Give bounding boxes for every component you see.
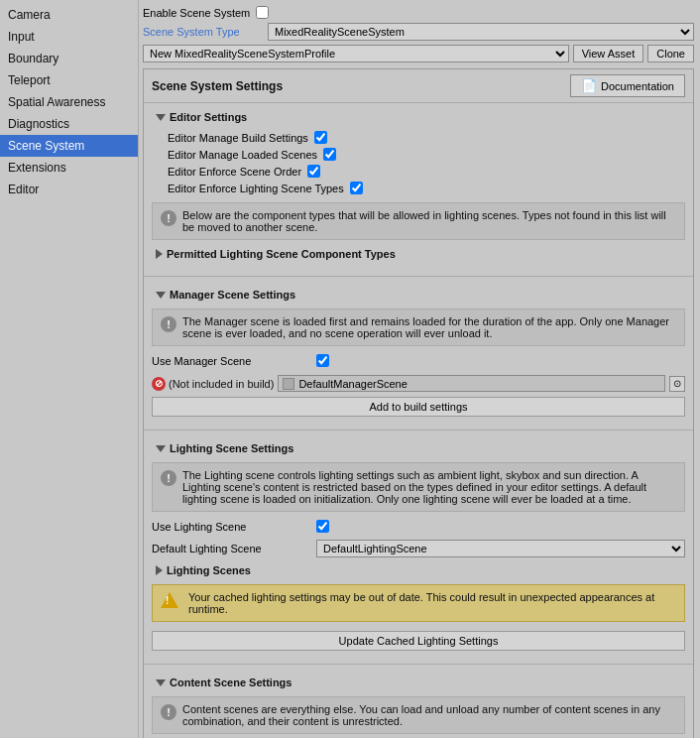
- no-build-icon: ⊘: [152, 377, 166, 391]
- scene-system-type-row: Scene System Type MixedRealitySceneSyste…: [143, 23, 694, 41]
- default-lighting-label: Default Lighting Scene: [152, 543, 310, 554]
- editor-settings-section: Editor Settings Editor Manage Build Sett…: [144, 103, 693, 272]
- content-triangle: [156, 679, 166, 686]
- use-manager-label: Use Manager Scene: [152, 355, 310, 367]
- warn-box: Your cached lighting settings may be out…: [152, 584, 685, 622]
- scene-object-icon: [283, 378, 294, 390]
- lighting-scenes-foldout[interactable]: Lighting Scenes: [152, 562, 685, 578]
- default-lighting-select[interactable]: DefaultLightingScene: [316, 540, 685, 557]
- update-cached-btn[interactable]: Update Cached Lighting Settings: [152, 631, 685, 651]
- manager-triangle: [156, 292, 166, 299]
- lighting-scenes-label: Lighting Scenes: [167, 564, 251, 576]
- content-info-text: Content scenes are everything else. You …: [182, 703, 676, 727]
- warn-icon: [161, 592, 178, 608]
- lighting-settings-foldout[interactable]: Lighting Scene Settings: [152, 440, 685, 456]
- scene-system-type-select[interactable]: MixedRealitySceneSystem: [268, 23, 694, 41]
- use-lighting-checkbox[interactable]: [316, 520, 329, 533]
- enable-scene-system-checkbox[interactable]: [256, 6, 269, 19]
- view-asset-button[interactable]: View Asset: [573, 45, 644, 62]
- sidebar-item-editor[interactable]: Editor: [0, 179, 138, 200]
- manager-scene-select-btn[interactable]: ⊙: [669, 376, 685, 392]
- sidebar-item-teleport[interactable]: Teleport: [0, 69, 138, 91]
- lighting-triangle: [156, 445, 166, 452]
- content-info-box: ! Content scenes are everything else. Yo…: [152, 696, 685, 734]
- content-settings-foldout[interactable]: Content Scene Settings: [152, 675, 685, 690]
- profile-row: New MixedRealitySceneSystemProfile View …: [143, 45, 694, 62]
- default-lighting-row: Default Lighting Scene DefaultLightingSc…: [152, 538, 685, 559]
- use-lighting-row: Use Lighting Scene: [152, 518, 685, 535]
- editor-settings-triangle: [156, 114, 166, 121]
- sidebar: Camera Input Boundary Teleport Spatial A…: [0, 0, 139, 738]
- sidebar-item-boundary[interactable]: Boundary: [0, 48, 138, 69]
- sidebar-item-extensions[interactable]: Extensions: [0, 157, 138, 179]
- lighting-settings-section: Lighting Scene Settings ! The Lighting s…: [144, 434, 693, 660]
- manager-info-icon: !: [161, 316, 176, 332]
- sidebar-item-scene-system[interactable]: Scene System: [0, 135, 138, 157]
- permitted-lighting-label: Permitted Lighting Scene Component Types: [167, 248, 396, 260]
- editor-manage-loaded-checkbox[interactable]: [323, 148, 336, 161]
- editor-info-text: Below are the component types that will …: [182, 209, 676, 233]
- editor-enforce-lighting-row: Editor Enforce Lighting Scene Types: [152, 180, 685, 196]
- documentation-button[interactable]: 📄 Documentation: [570, 74, 685, 97]
- lighting-info-icon: !: [161, 470, 176, 486]
- add-to-build-button[interactable]: Add to build settings: [152, 397, 685, 417]
- scene-system-settings-panel: Scene System Settings 📄 Documentation Ed…: [143, 68, 694, 738]
- divider-3: [144, 664, 693, 665]
- manager-settings-section: Manager Scene Settings ! The Manager sce…: [144, 281, 693, 426]
- manager-settings-title: Manager Scene Settings: [170, 289, 295, 301]
- content-settings-section: Content Scene Settings ! Content scenes …: [144, 669, 693, 738]
- editor-manage-build-row: Editor Manage Build Settings: [152, 129, 685, 146]
- sidebar-item-spatial-awareness[interactable]: Spatial Awareness: [0, 91, 138, 113]
- profile-select[interactable]: New MixedRealitySceneSystemProfile: [143, 45, 569, 62]
- editor-manage-build-checkbox[interactable]: [314, 131, 327, 144]
- scene-system-type-label: Scene System Type: [143, 26, 262, 38]
- lighting-info-box: ! The Lighting scene controls lighting s…: [152, 462, 685, 512]
- lighting-scenes-triangle: [156, 565, 163, 575]
- sidebar-item-input[interactable]: Input: [0, 26, 138, 48]
- content-settings-title: Content Scene Settings: [170, 676, 292, 688]
- doc-icon: 📄: [581, 78, 597, 93]
- editor-info-box: ! Below are the component types that wil…: [152, 202, 685, 240]
- permitted-lighting-foldout[interactable]: Permitted Lighting Scene Component Types: [152, 246, 685, 262]
- use-manager-checkbox[interactable]: [316, 354, 329, 367]
- content-info-icon: !: [161, 704, 176, 720]
- warn-text: Your cached lighting settings may be out…: [188, 591, 676, 615]
- editor-manage-loaded-label: Editor Manage Loaded Scenes: [168, 149, 317, 161]
- enable-scene-system-row: Enable Scene System: [143, 6, 694, 19]
- manager-info-box: ! The Manager scene is loaded first and …: [152, 308, 685, 346]
- divider-2: [144, 430, 693, 430]
- scene-system-settings-title: Scene System Settings: [152, 79, 283, 93]
- divider-1: [144, 276, 693, 277]
- not-included-label: ⊘ (Not included in build): [152, 377, 274, 391]
- enable-scene-system-label: Enable Scene System: [143, 7, 250, 19]
- clone-button[interactable]: Clone: [647, 45, 694, 62]
- editor-enforce-order-label: Editor Enforce Scene Order: [168, 166, 301, 178]
- sidebar-item-camera[interactable]: Camera: [0, 4, 138, 26]
- editor-enforce-lighting-label: Editor Enforce Lighting Scene Types: [168, 183, 344, 194]
- permitted-triangle: [156, 249, 163, 259]
- manager-settings-foldout[interactable]: Manager Scene Settings: [152, 287, 685, 303]
- lighting-settings-title: Lighting Scene Settings: [170, 442, 293, 454]
- manager-scene-field[interactable]: DefaultManagerScene: [278, 375, 665, 392]
- editor-settings-foldout[interactable]: Editor Settings: [152, 109, 685, 125]
- doc-btn-label: Documentation: [601, 80, 674, 92]
- editor-enforce-order-row: Editor Enforce Scene Order: [152, 163, 685, 180]
- use-lighting-label: Use Lighting Scene: [152, 521, 310, 533]
- main-content: Enable Scene System Scene System Type Mi…: [139, 0, 700, 738]
- editor-enforce-lighting-checkbox[interactable]: [350, 182, 363, 194]
- manager-info-text: The Manager scene is loaded first and re…: [182, 315, 676, 339]
- editor-enforce-order-checkbox[interactable]: [307, 165, 320, 178]
- editor-settings-title: Editor Settings: [170, 111, 247, 123]
- view-asset-label: View Asset: [582, 48, 636, 60]
- sidebar-item-diagnostics[interactable]: Diagnostics: [0, 113, 138, 135]
- lighting-info-text: The Lighting scene controls lighting set…: [182, 469, 676, 505]
- manager-scene-value: DefaultManagerScene: [298, 378, 407, 390]
- editor-manage-build-label: Editor Manage Build Settings: [168, 132, 308, 144]
- scene-system-settings-header: Scene System Settings 📄 Documentation: [144, 69, 693, 103]
- clone-label: Clone: [656, 48, 685, 60]
- info-icon: !: [161, 210, 176, 226]
- manager-scene-row: ⊘ (Not included in build) DefaultManager…: [152, 373, 685, 394]
- use-manager-row: Use Manager Scene: [152, 352, 685, 369]
- editor-manage-loaded-row: Editor Manage Loaded Scenes: [152, 146, 685, 163]
